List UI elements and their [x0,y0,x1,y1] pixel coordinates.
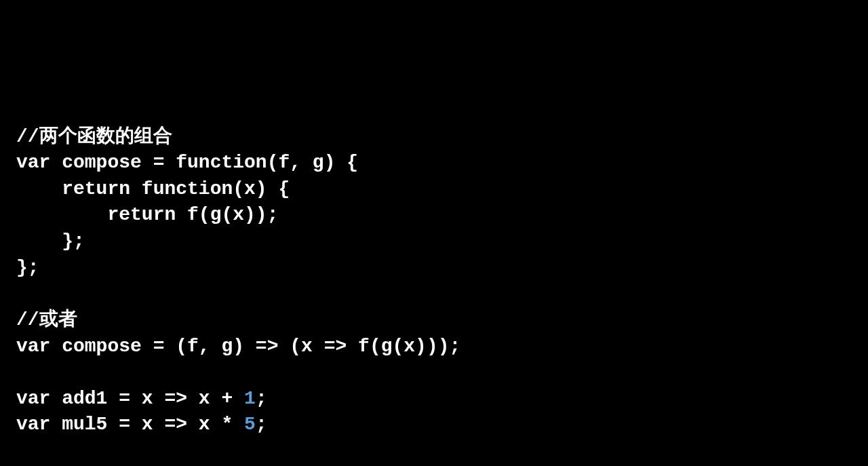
code-line-6: }; [16,257,39,278]
code-line-11c: ; [256,388,267,409]
code-number-1: 1 [244,388,256,409]
code-line-3: return function(x) { [16,178,290,199]
code-line-11a: var add1 = x => x + [16,388,244,409]
code-line-2: var compose = function(f, g) { [16,152,358,173]
code-line-12c: ; [256,414,267,435]
code-line-9: var compose = (f, g) => (x => f(g(x))); [16,336,460,357]
code-line-4: return f(g(x)); [16,204,278,225]
code-line-5: }; [16,231,85,252]
code-line-1: //两个函数的组合 [16,126,172,147]
code-line-8: //或者 [16,309,77,330]
code-block: //两个函数的组合 var compose = function(f, g) {… [16,124,852,467]
code-number-5: 5 [244,414,256,435]
code-line-12a: var mul5 = x => x * [16,414,244,435]
